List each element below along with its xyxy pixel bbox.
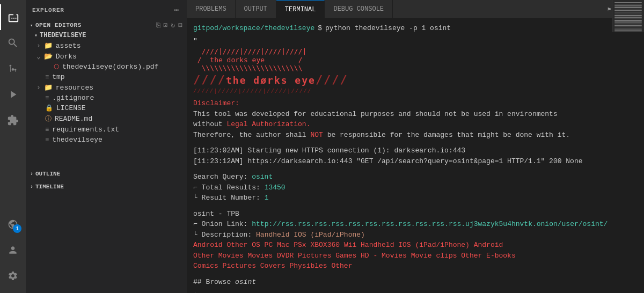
lock-icon: 🔒 bbox=[45, 104, 53, 112]
file-readme[interactable]: ⓘ README.md bbox=[26, 113, 187, 124]
explorer-title: EXPLORER bbox=[32, 7, 64, 13]
project-thedevilseye[interactable]: ▾ THEDEVILSEYE bbox=[26, 31, 187, 40]
category-line1: Android Other OS PC Mac PSx XBOX360 Wii … bbox=[193, 240, 638, 251]
disclaimer-line3a: Therefore, the author shall bbox=[193, 131, 310, 139]
project-name: THEDEVILSEYE bbox=[40, 32, 86, 39]
explorer-actions: ⋯ bbox=[173, 4, 180, 16]
source-control-icon[interactable] bbox=[0, 56, 26, 82]
outline-chevron: › bbox=[30, 171, 33, 177]
tab-terminal[interactable]: TERMINAL bbox=[276, 0, 325, 19]
file-license-label: LICENSE bbox=[56, 104, 86, 112]
tab-output-label: OUTPUT bbox=[244, 5, 267, 13]
file-gitignore-label: .gitignore bbox=[52, 94, 94, 102]
open-editors-label[interactable]: ▾ OPEN EDITORS bbox=[30, 22, 82, 28]
activity-bar: 1 bbox=[0, 0, 26, 293]
file-license[interactable]: 🔒 LICENSE bbox=[26, 103, 187, 113]
total-results-line: ⌐ Total Results: 13450 bbox=[193, 182, 638, 193]
category-line2: Other Movies Movies DVDR Pictures Games … bbox=[193, 251, 638, 261]
file-thedevilseye-label: thedevilseye bbox=[52, 136, 103, 144]
timeline-section[interactable]: › TIMELINE bbox=[26, 181, 187, 192]
folder-dorks-label: Dorks bbox=[56, 53, 77, 61]
log-line-1: [11:23:02AM] Starting new HTTPS connecti… bbox=[193, 145, 638, 156]
disclaimer-line3b: be responsible for the damages that migh… bbox=[323, 131, 570, 139]
tab-terminal-label: TERMINAL bbox=[285, 6, 316, 13]
account-icon[interactable] bbox=[0, 237, 26, 263]
disclaimer-not: NOT bbox=[310, 131, 323, 139]
terminal-quote: " bbox=[193, 36, 638, 47]
disclaimer-label: Disclaimer: bbox=[193, 99, 239, 107]
search-query-val: osint bbox=[252, 173, 273, 181]
prompt-gitpod: gitpod bbox=[193, 23, 218, 34]
onion-link: http://rss.rss.rss.rss.rss.rss.rss.rss.r… bbox=[252, 220, 608, 228]
description-val: Handheld IOS (iPad/iPhone) bbox=[256, 231, 365, 239]
file-dorks-pdf[interactable]: ⬡ thedevilseye(dorks).pdf bbox=[26, 62, 187, 72]
close-editors-icon[interactable]: ⊡ bbox=[164, 21, 168, 30]
remote-icon[interactable]: 1 bbox=[0, 211, 26, 237]
listing-section: osint - TPB ⌐ Onion Link: http://rss.rss… bbox=[193, 209, 638, 272]
file-gitignore[interactable]: ≡ .gitignore bbox=[26, 93, 187, 103]
settings-icon[interactable] bbox=[0, 263, 26, 289]
file-thedevilseye[interactable]: ≡ thedevilseye bbox=[26, 135, 187, 145]
refresh-icon[interactable]: ↻ bbox=[171, 21, 175, 30]
log-section: [11:23:02AM] Starting new HTTPS connecti… bbox=[193, 145, 638, 166]
file-icon: ≡ bbox=[45, 74, 49, 81]
listing-title: osint - TPB bbox=[193, 209, 638, 219]
files-icon[interactable] bbox=[0, 4, 26, 30]
minimap-lines bbox=[612, 0, 644, 32]
folder-resources-label: resources bbox=[56, 84, 93, 92]
folder-resources[interactable]: › 📁 resources bbox=[26, 82, 187, 93]
file-requirements-icon: ≡ bbox=[45, 126, 49, 134]
browse-text: ## Browse osint bbox=[193, 277, 638, 288]
type-hint-text: ↓ bbox=[193, 289, 638, 293]
tab-bar: PROBLEMS OUTPUT TERMINAL DEBUG CONSOLE ⚑… bbox=[187, 0, 644, 19]
file-requirements[interactable]: ≡ requirements.txt bbox=[26, 124, 187, 135]
type-hint: ↓ bbox=[193, 289, 638, 293]
file-requirements-label: requirements.txt bbox=[52, 126, 119, 134]
logo-art: ////|////|////|////|////| / the dorks ey… bbox=[193, 47, 638, 95]
folder-resources-icon: 📁 bbox=[44, 83, 53, 92]
search-icon[interactable] bbox=[0, 30, 26, 56]
disclaimer-without: without bbox=[193, 120, 226, 128]
remote-badge: 1 bbox=[13, 224, 21, 233]
more-actions-icon[interactable]: ⋯ bbox=[173, 4, 180, 16]
project-chevron: ▾ bbox=[34, 32, 38, 39]
open-editors-section: ▾ OPEN EDITORS ⎘ ⊡ ↻ ⊟ bbox=[26, 20, 187, 31]
tab-output[interactable]: OUTPUT bbox=[236, 0, 276, 19]
timeline-label: TIMELINE bbox=[35, 184, 64, 190]
terminal-prompt-line: gitpod /workspace/thedevilseye $ python … bbox=[193, 23, 638, 34]
chevron-down-icon: ⌄ bbox=[36, 52, 41, 61]
tab-problems-label: PROBLEMS bbox=[195, 5, 226, 13]
info-icon: ⓘ bbox=[45, 114, 52, 123]
total-results-val: 13450 bbox=[265, 184, 286, 192]
folder-dorks[interactable]: ⌄ 📂 Dorks bbox=[26, 51, 187, 62]
minimap-panel bbox=[612, 0, 644, 32]
file-readme-label: README.md bbox=[55, 115, 92, 123]
prompt-path: /workspace/thedevilseye bbox=[218, 23, 314, 34]
log-line-2: [11:23:12AM] https://darksearch.io:443 "… bbox=[193, 156, 638, 167]
search-query-line: Search Query: osint bbox=[193, 172, 638, 182]
save-all-icon[interactable]: ⎘ bbox=[156, 21, 160, 30]
run-icon[interactable] bbox=[0, 82, 26, 107]
main-area: PROBLEMS OUTPUT TERMINAL DEBUG CONSOLE ⚑… bbox=[187, 0, 644, 293]
result-number-line: └ Result Number: 1 bbox=[193, 193, 638, 203]
folder-assets[interactable]: › 📁 assets bbox=[26, 40, 187, 51]
outline-section[interactable]: › OUTLINE bbox=[26, 169, 187, 179]
browse-section: ## Browse osint bbox=[193, 277, 638, 288]
tab-problems[interactable]: PROBLEMS bbox=[187, 0, 236, 19]
explorer-header: EXPLORER ⋯ bbox=[26, 0, 187, 20]
prompt-dollar: $ bbox=[318, 23, 322, 34]
file-tmp[interactable]: ≡ tmp bbox=[26, 72, 187, 82]
file-tmp-label: tmp bbox=[52, 73, 64, 81]
folder-open-icon: 📂 bbox=[44, 52, 53, 61]
disclaimer-legal: Legal Authorization. bbox=[226, 120, 310, 128]
result-number-val: 1 bbox=[265, 194, 269, 202]
extensions-icon[interactable] bbox=[0, 107, 26, 133]
collapse-icon[interactable]: ⊟ bbox=[178, 21, 182, 30]
prompt-command: python thedevilseye -p 1 osint bbox=[325, 23, 451, 34]
file-dorks-pdf-label: thedevilseye(dorks).pdf bbox=[62, 63, 158, 71]
git-icon: ≡ bbox=[45, 94, 49, 102]
terminal-content[interactable]: gitpod /workspace/thedevilseye $ python … bbox=[187, 19, 644, 293]
chevron-right-icon2: › bbox=[36, 84, 41, 92]
results-section: Search Query: osint ⌐ Total Results: 134… bbox=[193, 172, 638, 203]
tab-debug-console[interactable]: DEBUG CONSOLE bbox=[325, 0, 393, 19]
